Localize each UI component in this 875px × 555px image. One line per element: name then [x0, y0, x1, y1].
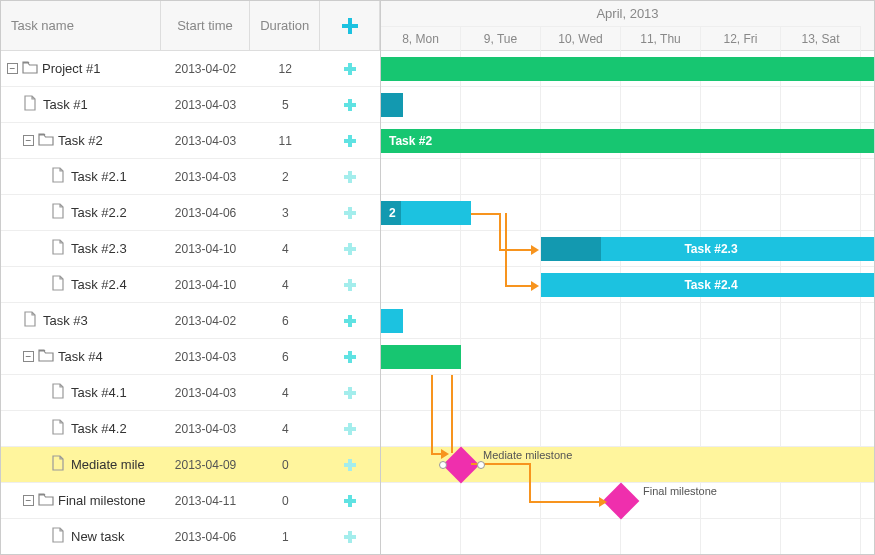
timeline-row[interactable] — [381, 411, 874, 447]
col-header-add[interactable] — [320, 1, 380, 50]
task-row[interactable]: Mediate mile2013-04-090 — [1, 447, 380, 483]
task-start-cell[interactable]: 2013-04-02 — [161, 303, 251, 339]
timeline-row[interactable] — [381, 519, 874, 554]
task-start-cell[interactable]: 2013-04-06 — [161, 195, 251, 231]
add-subtask-button[interactable] — [320, 375, 380, 411]
task-duration-cell[interactable]: 4 — [250, 411, 320, 447]
milestone-marker[interactable] — [603, 483, 640, 520]
task-start-cell[interactable]: 2013-04-06 — [161, 519, 251, 555]
task-duration-cell[interactable]: 0 — [250, 447, 320, 483]
task-duration-cell[interactable]: 6 — [250, 303, 320, 339]
task-duration-cell[interactable]: 5 — [250, 87, 320, 123]
task-name-cell[interactable]: −Task #2 — [1, 123, 161, 159]
timeline-row[interactable]: Final milestone — [381, 483, 874, 519]
add-subtask-button[interactable] — [320, 87, 380, 123]
timeline-row[interactable] — [381, 339, 874, 375]
add-subtask-button[interactable] — [320, 159, 380, 195]
task-bar[interactable] — [381, 345, 461, 369]
task-bar[interactable]: 2 — [381, 201, 471, 225]
task-row[interactable]: −Task #22013-04-0311 — [1, 123, 380, 159]
task-row[interactable]: Task #2.22013-04-063 — [1, 195, 380, 231]
timeline-row[interactable]: Task #2 — [381, 123, 874, 159]
col-header-duration[interactable]: Duration — [250, 1, 320, 50]
add-subtask-button[interactable] — [320, 195, 380, 231]
collapse-toggle[interactable]: − — [23, 135, 34, 146]
task-start-cell[interactable]: 2013-04-03 — [161, 123, 251, 159]
task-row[interactable]: Task #2.42013-04-104 — [1, 267, 380, 303]
task-start-cell[interactable]: 2013-04-10 — [161, 231, 251, 267]
task-start-cell[interactable]: 2013-04-11 — [161, 483, 251, 519]
task-name-cell[interactable]: Mediate mile — [1, 447, 161, 483]
task-duration-cell[interactable]: 4 — [250, 267, 320, 303]
task-duration-cell[interactable]: 6 — [250, 339, 320, 375]
task-name-cell[interactable]: Task #4.2 — [1, 411, 161, 447]
task-row[interactable]: Task #4.12013-04-034 — [1, 375, 380, 411]
timeline-row[interactable] — [381, 375, 874, 411]
task-bar[interactable] — [381, 93, 403, 117]
task-start-cell[interactable]: 2013-04-10 — [161, 267, 251, 303]
task-bar[interactable]: Task #2 — [381, 129, 874, 153]
task-name-cell[interactable]: Task #4.1 — [1, 375, 161, 411]
timeline-day[interactable]: 13, Sat — [781, 26, 861, 51]
task-start-cell[interactable]: 2013-04-03 — [161, 159, 251, 195]
add-subtask-button[interactable] — [320, 231, 380, 267]
task-name-cell[interactable]: −Final milestone — [1, 483, 161, 519]
task-row[interactable]: −Task #42013-04-036 — [1, 339, 380, 375]
task-name-cell[interactable]: Task #2.2 — [1, 195, 161, 231]
task-row[interactable]: Task #12013-04-035 — [1, 87, 380, 123]
task-start-cell[interactable]: 2013-04-09 — [161, 447, 251, 483]
add-subtask-button[interactable] — [320, 411, 380, 447]
task-row[interactable]: New task2013-04-061 — [1, 519, 380, 555]
timeline-row[interactable] — [381, 303, 874, 339]
task-name-cell[interactable]: Task #1 — [1, 87, 161, 123]
timeline-day[interactable]: 8, Mon — [381, 26, 461, 51]
link-handle[interactable] — [439, 461, 447, 469]
task-duration-cell[interactable]: 4 — [250, 375, 320, 411]
task-name-cell[interactable]: Task #2.4 — [1, 267, 161, 303]
timeline-row[interactable]: Task #2.3 — [381, 231, 874, 267]
task-name-cell[interactable]: New task — [1, 519, 161, 555]
add-subtask-button[interactable] — [320, 519, 380, 555]
add-subtask-button[interactable] — [320, 51, 380, 87]
task-name-cell[interactable]: −Project #1 — [1, 51, 161, 87]
task-duration-cell[interactable]: 12 — [250, 51, 320, 87]
timeline-day[interactable]: 10, Wed — [541, 26, 621, 51]
task-duration-cell[interactable]: 0 — [250, 483, 320, 519]
task-start-cell[interactable]: 2013-04-03 — [161, 411, 251, 447]
task-duration-cell[interactable]: 2 — [250, 159, 320, 195]
add-subtask-button[interactable] — [320, 267, 380, 303]
task-duration-cell[interactable]: 4 — [250, 231, 320, 267]
col-header-taskname[interactable]: Task name — [1, 1, 161, 50]
task-name-cell[interactable]: −Task #4 — [1, 339, 161, 375]
task-start-cell[interactable]: 2013-04-03 — [161, 339, 251, 375]
task-start-cell[interactable]: 2013-04-03 — [161, 87, 251, 123]
timeline-day[interactable]: 12, Fri — [701, 26, 781, 51]
task-row[interactable]: −Final milestone2013-04-110 — [1, 483, 380, 519]
add-subtask-button[interactable] — [320, 303, 380, 339]
task-bar[interactable]: roject #1 — [381, 57, 874, 81]
col-header-starttime[interactable]: Start time — [161, 1, 251, 50]
timeline-row[interactable]: 2 — [381, 195, 874, 231]
timeline-row[interactable]: Mediate milestone — [381, 447, 874, 483]
timeline-day[interactable]: 11, Thu — [621, 26, 701, 51]
task-bar[interactable] — [381, 309, 403, 333]
timeline-row[interactable]: Task #2.4 — [381, 267, 874, 303]
timeline-day[interactable]: 9, Tue — [461, 26, 541, 51]
task-name-cell[interactable]: Task #2.1 — [1, 159, 161, 195]
task-name-cell[interactable]: Task #2.3 — [1, 231, 161, 267]
task-duration-cell[interactable]: 11 — [250, 123, 320, 159]
task-row[interactable]: Task #2.12013-04-032 — [1, 159, 380, 195]
task-name-cell[interactable]: Task #3 — [1, 303, 161, 339]
link-handle[interactable] — [477, 461, 485, 469]
task-start-cell[interactable]: 2013-04-03 — [161, 375, 251, 411]
collapse-toggle[interactable]: − — [7, 63, 18, 74]
add-subtask-button[interactable] — [320, 447, 380, 483]
task-bar[interactable]: Task #2.3 — [541, 237, 874, 261]
timeline[interactable]: April, 2013 8, Mon9, Tue10, Wed11, Thu12… — [381, 1, 874, 554]
task-row[interactable]: −Project #12013-04-0212 — [1, 51, 380, 87]
task-start-cell[interactable]: 2013-04-02 — [161, 51, 251, 87]
collapse-toggle[interactable]: − — [23, 351, 34, 362]
add-subtask-button[interactable] — [320, 123, 380, 159]
task-duration-cell[interactable]: 1 — [250, 519, 320, 555]
task-row[interactable]: Task #2.32013-04-104 — [1, 231, 380, 267]
